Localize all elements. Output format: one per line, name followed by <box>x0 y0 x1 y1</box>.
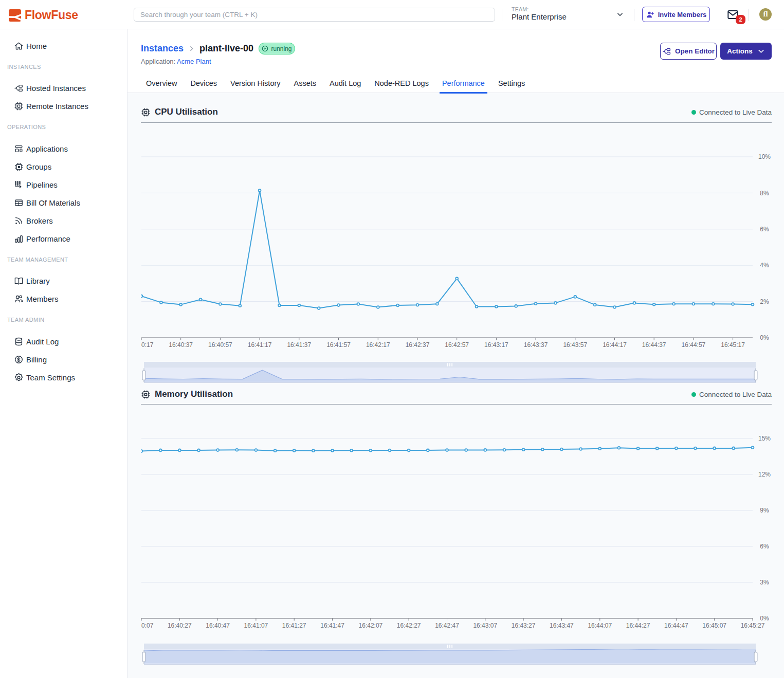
svg-text:10%: 10% <box>758 153 771 160</box>
svg-text:16:42:07: 16:42:07 <box>359 622 383 629</box>
svg-text:3%: 3% <box>760 579 769 586</box>
svg-text:2%: 2% <box>760 298 769 305</box>
svg-text:16:45:27: 16:45:27 <box>741 622 765 629</box>
svg-text:16:40:47: 16:40:47 <box>206 622 230 629</box>
svg-text:16:41:57: 16:41:57 <box>326 341 351 349</box>
svg-text:0%: 0% <box>760 334 769 341</box>
svg-text:9%: 9% <box>760 507 769 514</box>
svg-text:16:40:27: 16:40:27 <box>168 622 192 629</box>
svg-text:16:41:47: 16:41:47 <box>320 622 344 629</box>
svg-text:16:43:57: 16:43:57 <box>563 341 587 349</box>
svg-text:16:41:27: 16:41:27 <box>282 622 306 629</box>
svg-text:16:43:47: 16:43:47 <box>550 622 574 629</box>
svg-text:16:43:27: 16:43:27 <box>512 622 536 629</box>
svg-text:16:40:17: 16:40:17 <box>141 341 154 349</box>
svg-text:16:43:17: 16:43:17 <box>484 341 508 349</box>
svg-text:16:42:57: 16:42:57 <box>445 341 469 349</box>
svg-text:16:44:17: 16:44:17 <box>603 341 627 349</box>
svg-text:6%: 6% <box>760 226 769 233</box>
svg-text:16:44:37: 16:44:37 <box>642 341 666 349</box>
svg-text:16:41:07: 16:41:07 <box>244 622 268 629</box>
svg-text:16:42:37: 16:42:37 <box>406 341 430 349</box>
svg-text:16:45:07: 16:45:07 <box>702 622 726 629</box>
svg-text:6%: 6% <box>760 543 769 550</box>
svg-text:12%: 12% <box>758 471 771 478</box>
svg-text:16:41:37: 16:41:37 <box>287 341 311 349</box>
svg-text:16:43:37: 16:43:37 <box>524 341 548 349</box>
svg-text:16:40:07: 16:40:07 <box>141 622 154 629</box>
svg-text:16:42:27: 16:42:27 <box>397 622 421 629</box>
svg-text:16:45:17: 16:45:17 <box>721 341 745 349</box>
svg-text:16:43:07: 16:43:07 <box>473 622 497 629</box>
svg-text:8%: 8% <box>760 190 769 197</box>
svg-text:0%: 0% <box>760 615 769 622</box>
svg-text:16:44:27: 16:44:27 <box>626 622 650 629</box>
svg-text:16:44:47: 16:44:47 <box>664 622 688 629</box>
svg-text:16:44:07: 16:44:07 <box>588 622 612 629</box>
svg-text:16:42:17: 16:42:17 <box>366 341 390 349</box>
svg-text:15%: 15% <box>758 435 771 442</box>
svg-text:16:40:57: 16:40:57 <box>208 341 232 349</box>
svg-text:16:42:47: 16:42:47 <box>435 622 459 629</box>
svg-text:4%: 4% <box>760 262 769 269</box>
svg-text:16:40:37: 16:40:37 <box>169 341 193 349</box>
svg-text:16:44:57: 16:44:57 <box>682 341 706 349</box>
svg-text:16:41:17: 16:41:17 <box>248 341 272 349</box>
